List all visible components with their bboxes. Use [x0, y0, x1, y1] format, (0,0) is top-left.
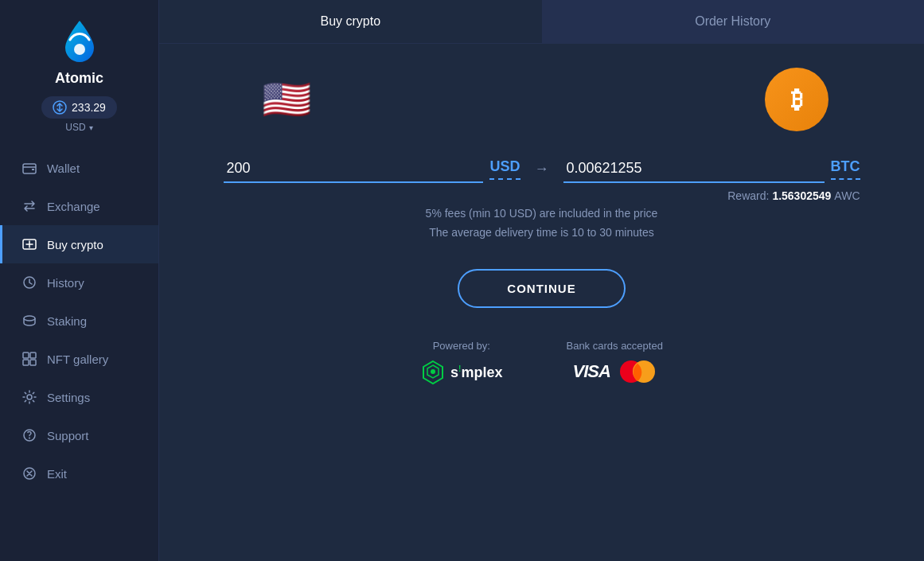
bank-cards-group: Bank cards accepted VISA — [566, 340, 662, 384]
sidebar-nav: Wallet Exchange Buy crypto History — [0, 149, 158, 493]
fee-notice: 5% fees (min 10 USD) are included in the… — [426, 207, 658, 220]
svg-point-0 — [74, 44, 85, 55]
reward-label: Reward: — [727, 189, 769, 202]
to-currency-label[interactable]: BTC — [831, 158, 860, 180]
continue-button[interactable]: CONTINUE — [458, 269, 625, 308]
sidebar: Atomic 233.29 USD Wallet Exchange — [0, 0, 159, 561]
svg-point-17 — [431, 369, 435, 374]
input-row: USD → BTC — [224, 155, 860, 183]
simplex-name: s!mplex — [450, 364, 502, 381]
visa-logo: VISA — [573, 361, 610, 382]
sidebar-item-exit[interactable]: Exit — [0, 454, 158, 493]
sidebar-label-exit: Exit — [47, 467, 67, 481]
from-currency-icon[interactable]: 🇺🇸 — [255, 68, 318, 131]
sidebar-item-settings[interactable]: Settings — [0, 378, 158, 416]
svg-rect-3 — [32, 169, 34, 170]
to-input-group: BTC — [563, 155, 860, 183]
btc-icon: ₿ — [765, 68, 828, 131]
simplex-hex-icon — [420, 360, 446, 385]
powered-by-label: Powered by: — [433, 340, 490, 352]
svg-rect-8 — [30, 353, 36, 358]
exit-icon — [21, 466, 37, 481]
sidebar-item-staking[interactable]: Staking — [0, 302, 158, 340]
reward-currency: AWC — [834, 189, 860, 202]
currency-selector[interactable]: USD — [65, 122, 92, 133]
app-name: Atomic — [55, 70, 103, 87]
sidebar-item-exchange[interactable]: Exchange — [0, 187, 158, 225]
buy-crypto-icon — [21, 236, 37, 252]
exchange-icon — [21, 198, 37, 214]
to-amount-input[interactable] — [563, 155, 825, 183]
svg-rect-10 — [30, 360, 36, 365]
to-currency-icon[interactable]: ₿ — [765, 68, 828, 131]
simplex-logo: s!mplex — [420, 360, 502, 385]
sidebar-item-wallet[interactable]: Wallet — [0, 149, 158, 187]
sidebar-label-settings: Settings — [47, 391, 90, 404]
sidebar-label-staking: Staking — [47, 314, 87, 328]
powered-section: Powered by: s!mplex Bank cards accepted … — [420, 340, 663, 385]
staking-icon — [21, 313, 37, 329]
arrow-right-icon: → — [528, 161, 556, 177]
svg-point-6 — [24, 316, 35, 321]
balance-icon — [53, 100, 67, 115]
svg-text:₿: ₿ — [791, 86, 803, 112]
sidebar-label-nft-gallery: NFT gallery — [47, 353, 108, 366]
reward-wrapper: Reward: 1.56302549 AWC — [224, 189, 860, 202]
from-amount-input[interactable] — [224, 155, 484, 183]
sidebar-label-wallet: Wallet — [47, 162, 80, 175]
svg-point-11 — [27, 395, 32, 399]
sidebar-item-history[interactable]: History — [0, 263, 158, 302]
svg-rect-7 — [23, 353, 29, 358]
history-icon — [21, 275, 37, 290]
sidebar-item-buy-crypto[interactable]: Buy crypto — [0, 225, 158, 263]
balance-amount: 233.29 — [72, 101, 106, 114]
balance-badge[interactable]: 233.29 — [41, 96, 117, 119]
from-currency-label[interactable]: USD — [489, 158, 520, 180]
sidebar-label-exchange: Exchange — [47, 200, 100, 213]
sidebar-label-support: Support — [47, 429, 89, 442]
svg-rect-9 — [23, 360, 29, 365]
wallet-icon — [21, 160, 37, 176]
powered-by-group: Powered by: s!mplex — [420, 340, 502, 385]
bank-cards-label: Bank cards accepted — [566, 340, 662, 352]
from-input-group: USD — [224, 155, 520, 183]
support-icon — [21, 427, 37, 443]
reward-amount: 1.56302549 — [772, 189, 831, 202]
logo-container: Atomic — [54, 16, 105, 87]
sidebar-item-nft-gallery[interactable]: NFT gallery — [0, 340, 158, 378]
mastercard-logo — [618, 360, 657, 384]
tabs-bar: Buy crypto Order History — [159, 0, 924, 44]
tab-buy-crypto[interactable]: Buy crypto — [159, 0, 542, 43]
usd-flag: 🇺🇸 — [255, 68, 318, 131]
buy-crypto-content: 🇺🇸 ₿ USD → BTC — [159, 44, 924, 561]
svg-rect-2 — [23, 164, 36, 173]
info-section: 5% fees (min 10 USD) are included in the… — [426, 207, 658, 245]
tab-order-history[interactable]: Order History — [542, 0, 925, 43]
sidebar-label-history: History — [47, 276, 84, 290]
atomic-logo-icon — [54, 16, 105, 67]
delivery-notice: The average delivery time is 10 to 30 mi… — [426, 226, 658, 239]
sidebar-label-buy-crypto: Buy crypto — [47, 238, 103, 251]
settings-icon — [21, 389, 37, 405]
nft-icon — [21, 351, 37, 367]
sidebar-item-support[interactable]: Support — [0, 416, 158, 454]
main-content: Buy crypto Order History 🇺🇸 ₿ — [159, 0, 924, 561]
cards-row: VISA — [573, 360, 657, 384]
exchange-section: USD → BTC Reward: 1.56302549 AWC — [224, 155, 860, 207]
currency-icons-row: 🇺🇸 ₿ — [191, 68, 892, 131]
